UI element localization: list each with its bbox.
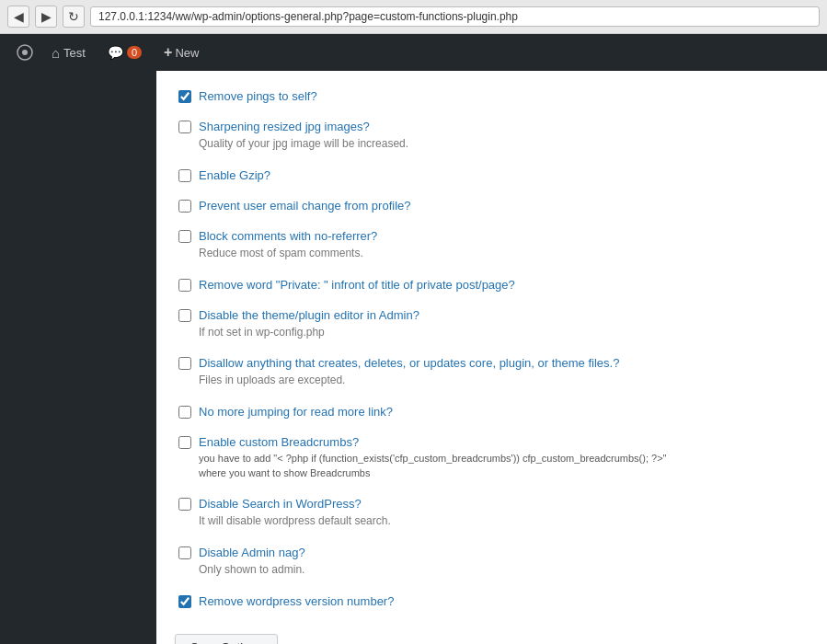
new-label: New xyxy=(175,46,199,60)
option-disallow-files: Disallow anything that creates, deletes,… xyxy=(175,356,809,388)
plus-icon: + xyxy=(164,44,172,61)
label-row-remove-version: Remove wordpress version number? xyxy=(178,594,809,608)
label-disallow-files[interactable]: Disallow anything that creates, deletes,… xyxy=(199,356,619,370)
desc-disable-nag: Only shown to admin. xyxy=(199,562,809,578)
label-row-no-jumping: No more jumping for read more link? xyxy=(178,405,809,419)
checkbox-disable-nag[interactable] xyxy=(178,546,191,559)
svg-point-1 xyxy=(22,50,28,55)
option-no-jumping: No more jumping for read more link? xyxy=(175,405,809,419)
desc-block-comments: Reduce most of spam comments. xyxy=(199,246,809,261)
checkbox-remove-pings[interactable] xyxy=(178,90,191,103)
label-disable-nag[interactable]: Disable Admin nag? xyxy=(199,546,305,559)
browser-nav: ◀ ▶ ↻ xyxy=(0,0,827,33)
partial-option-remove-pings: Remove pings to self? xyxy=(175,89,809,103)
page-wrapper: Remove pings to self? Sharpening resized… xyxy=(0,71,827,644)
wp-logo-icon[interactable] xyxy=(11,39,39,66)
label-sharpening[interactable]: Sharpening resized jpg images? xyxy=(199,120,370,133)
forward-button[interactable]: ▶ xyxy=(35,6,57,28)
label-row-remove-private: Remove word "Private: " infront of title… xyxy=(178,278,809,292)
home-icon: ⌂ xyxy=(52,45,60,61)
comment-count: 0 xyxy=(127,46,142,59)
save-options-button[interactable]: Save Options xyxy=(175,634,278,644)
label-row-gzip: Enable Gzip? xyxy=(178,168,809,182)
sidebar xyxy=(0,71,156,644)
site-name: Test xyxy=(63,46,86,60)
browser-chrome: ◀ ▶ ↻ xyxy=(0,0,827,34)
label-remove-pings[interactable]: Remove pings to self? xyxy=(199,89,317,103)
checkbox-remove-private[interactable] xyxy=(178,279,191,292)
adminbar-comments[interactable]: 💬 0 xyxy=(98,41,151,63)
desc-breadcrumbs-line2: where you want to show Breadcrumbs xyxy=(199,466,809,480)
option-gzip: Enable Gzip? xyxy=(175,168,809,182)
adminbar-new[interactable]: + New xyxy=(155,40,208,64)
label-row-breadcrumbs: Enable custom Breadcrumbs? xyxy=(178,435,809,449)
adminbar-home[interactable]: ⌂ Test xyxy=(42,41,95,64)
option-breadcrumbs: Enable custom Breadcrumbs? you have to a… xyxy=(175,435,809,480)
desc-disable-editor: If not set in wp-config.php xyxy=(199,325,809,340)
content-area: Remove pings to self? Sharpening resized… xyxy=(156,71,827,644)
label-row-sharpening: Sharpening resized jpg images? xyxy=(178,120,809,133)
desc-breadcrumbs-line1: you have to add "< ?php if (function_exi… xyxy=(199,452,809,466)
main-content: Remove pings to self? Sharpening resized… xyxy=(156,71,827,644)
back-button[interactable]: ◀ xyxy=(7,6,29,28)
checkbox-disable-search[interactable] xyxy=(178,498,191,511)
option-remove-private: Remove word "Private: " infront of title… xyxy=(175,278,809,292)
label-row-block-comments: Block comments with no-referrer? xyxy=(178,229,809,243)
refresh-button[interactable]: ↻ xyxy=(63,6,85,28)
option-remove-version: Remove wordpress version number? xyxy=(175,594,809,608)
option-disable-search: Disable Search in WordPress? It will dis… xyxy=(175,497,809,529)
option-sharpening: Sharpening resized jpg images? Quality o… xyxy=(175,120,809,152)
checkbox-block-comments[interactable] xyxy=(178,230,191,243)
label-no-jumping[interactable]: No more jumping for read more link? xyxy=(199,405,393,419)
checkbox-sharpening[interactable] xyxy=(178,121,191,133)
checkbox-no-jumping[interactable] xyxy=(178,406,191,419)
label-breadcrumbs[interactable]: Enable custom Breadcrumbs? xyxy=(199,435,359,449)
option-disable-editor: Disable the theme/plugin editor in Admin… xyxy=(175,308,809,340)
comment-icon: 💬 xyxy=(108,45,123,60)
desc-sharpening: Quality of your jpg image will be increa… xyxy=(199,136,809,152)
label-row-prevent-email: Prevent user email change from profile? xyxy=(178,199,809,213)
option-disable-nag: Disable Admin nag? Only shown to admin. xyxy=(175,546,809,578)
label-block-comments[interactable]: Block comments with no-referrer? xyxy=(199,229,377,243)
option-block-comments: Block comments with no-referrer? Reduce … xyxy=(175,229,809,261)
option-prevent-email: Prevent user email change from profile? xyxy=(175,199,809,213)
label-gzip[interactable]: Enable Gzip? xyxy=(199,168,270,182)
wp-admin-bar: ⌂ Test 💬 0 + New xyxy=(0,34,827,71)
checkbox-disable-editor[interactable] xyxy=(178,309,191,322)
label-disable-editor[interactable]: Disable the theme/plugin editor in Admin… xyxy=(199,308,419,322)
label-prevent-email[interactable]: Prevent user email change from profile? xyxy=(199,199,411,213)
address-bar[interactable] xyxy=(90,6,820,27)
label-row-disallow-files: Disallow anything that creates, deletes,… xyxy=(178,356,809,370)
desc-disable-search: It will disable wordpress default search… xyxy=(199,513,809,529)
label-disable-search[interactable]: Disable Search in WordPress? xyxy=(199,497,362,511)
label-row-disable-search: Disable Search in WordPress? xyxy=(178,497,809,511)
checkbox-remove-version[interactable] xyxy=(178,595,191,608)
label-remove-version[interactable]: Remove wordpress version number? xyxy=(199,594,394,608)
desc-disallow-files: Files in uploads are excepted. xyxy=(199,373,809,388)
label-row-disable-nag: Disable Admin nag? xyxy=(178,546,809,559)
partial-label-row: Remove pings to self? xyxy=(178,89,809,103)
checkbox-breadcrumbs[interactable] xyxy=(178,436,191,449)
label-row-disable-editor: Disable the theme/plugin editor in Admin… xyxy=(178,308,809,322)
checkbox-gzip[interactable] xyxy=(178,169,191,182)
checkbox-prevent-email[interactable] xyxy=(178,200,191,213)
checkbox-disallow-files[interactable] xyxy=(178,357,191,370)
label-remove-private[interactable]: Remove word "Private: " infront of title… xyxy=(199,278,515,292)
